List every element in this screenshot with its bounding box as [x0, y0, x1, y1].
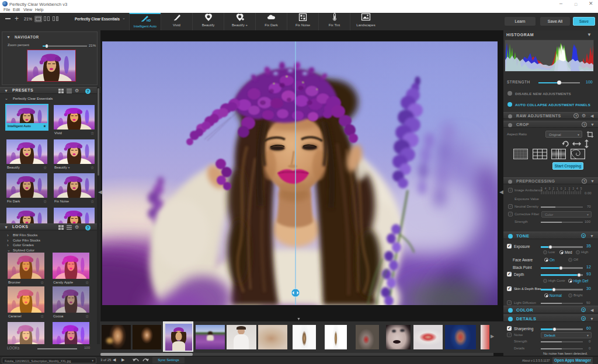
svg-text:HD: HD	[147, 19, 151, 22]
